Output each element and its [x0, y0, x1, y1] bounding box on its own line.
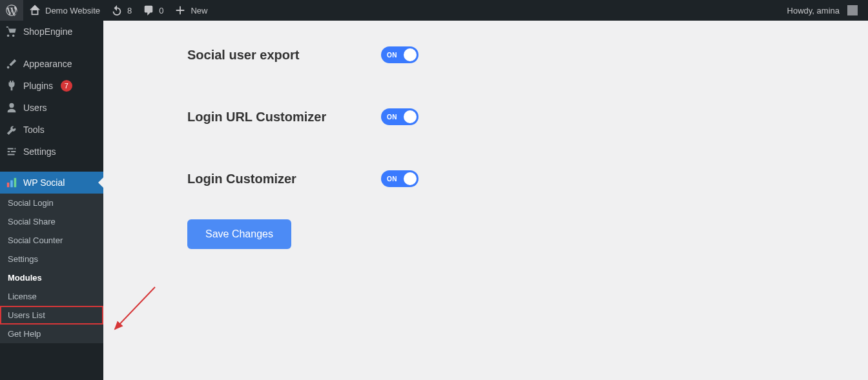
submenu-modules[interactable]: Modules — [0, 268, 103, 287]
sidebar-item-tools[interactable]: Tools — [0, 119, 103, 141]
admin-bar: Demo Website 8 0 New Howdy, amina — [0, 0, 868, 21]
brush-icon — [5, 57, 18, 70]
toggle-knob — [404, 110, 417, 123]
plugins-update-badge: 7 — [61, 80, 72, 92]
content-area: Social user export ON Login URL Customiz… — [103, 21, 868, 380]
save-row: Save Changes — [187, 200, 868, 249]
sidebar-item-label: ShopEngine — [23, 26, 72, 37]
comments-link[interactable]: 0 — [137, 0, 169, 21]
sidebar-item-label: Tools — [23, 125, 45, 135]
updates-link[interactable]: 8 — [105, 0, 137, 21]
cart-icon — [5, 25, 18, 38]
toggle-knob — [404, 48, 417, 61]
refresh-icon — [110, 4, 123, 17]
new-label: New — [191, 6, 207, 15]
account-link[interactable]: Howdy, amina — [782, 0, 863, 21]
setting-row-social-user-export: Social user export ON — [187, 34, 868, 76]
sidebar-item-label: Settings — [23, 146, 56, 157]
toggle-state: ON — [387, 114, 397, 121]
setting-row-login-url-customizer: Login URL Customizer ON — [187, 95, 868, 138]
new-link[interactable]: New — [169, 0, 212, 21]
sidebar-item-label: WP Social — [23, 177, 65, 188]
comments-count: 0 — [159, 6, 163, 15]
wp-social-submenu: Social Login Social Share Social Counter… — [0, 194, 103, 343]
toggle-login-customizer[interactable]: ON — [381, 170, 418, 187]
updates-count: 8 — [127, 6, 132, 15]
sliders-icon — [5, 145, 18, 158]
svg-rect-1 — [10, 180, 13, 187]
site-name-link[interactable]: Demo Website — [23, 0, 105, 21]
setting-label: Login URL Customizer — [187, 110, 381, 125]
setting-label: Login Customizer — [187, 172, 381, 186]
submenu-social-share[interactable]: Social Share — [0, 212, 103, 231]
submenu-license[interactable]: License — [0, 287, 103, 306]
sidebar-item-settings[interactable]: Settings — [0, 141, 103, 163]
admin-sidebar: ShopEngine Appearance Plugins 7 Users To… — [0, 21, 103, 380]
sidebar-item-plugins[interactable]: Plugins 7 — [0, 75, 103, 97]
setting-row-login-customizer: Login Customizer ON — [187, 157, 868, 200]
svg-rect-0 — [7, 183, 10, 187]
howdy-text: Howdy, amina — [787, 6, 840, 15]
submenu-settings[interactable]: Settings — [0, 250, 103, 268]
toggle-state: ON — [387, 52, 397, 59]
sidebar-item-wp-social[interactable]: WP Social — [0, 172, 103, 194]
plug-icon — [5, 79, 18, 92]
submenu-get-help[interactable]: Get Help — [0, 325, 103, 343]
submenu-social-login[interactable]: Social Login — [0, 194, 103, 212]
sidebar-item-label: Users — [23, 103, 47, 113]
sidebar-item-shopengine[interactable]: ShopEngine — [0, 21, 103, 43]
wrench-icon — [5, 123, 18, 136]
submenu-social-counter[interactable]: Social Counter — [0, 231, 103, 250]
setting-label: Social user export — [187, 48, 381, 63]
toggle-login-url-customizer[interactable]: ON — [381, 108, 418, 125]
toggle-knob — [404, 172, 417, 185]
wp-logo[interactable] — [0, 0, 23, 21]
submenu-users-list[interactable]: Users List — [0, 306, 103, 325]
home-icon — [28, 4, 41, 17]
sidebar-item-label: Appearance — [23, 59, 72, 69]
plus-icon — [174, 4, 187, 17]
svg-rect-2 — [14, 178, 17, 187]
user-icon — [5, 101, 18, 114]
sidebar-item-label: Plugins — [23, 81, 53, 91]
site-name: Demo Website — [45, 6, 100, 15]
comment-icon — [142, 4, 155, 17]
wordpress-icon — [5, 4, 18, 17]
wp-social-icon — [5, 176, 18, 189]
save-changes-button[interactable]: Save Changes — [187, 219, 291, 249]
sidebar-item-users[interactable]: Users — [0, 97, 103, 119]
toggle-social-user-export[interactable]: ON — [381, 46, 418, 63]
sidebar-item-appearance[interactable]: Appearance — [0, 53, 103, 75]
avatar-icon — [847, 5, 858, 15]
toggle-state: ON — [387, 175, 397, 183]
